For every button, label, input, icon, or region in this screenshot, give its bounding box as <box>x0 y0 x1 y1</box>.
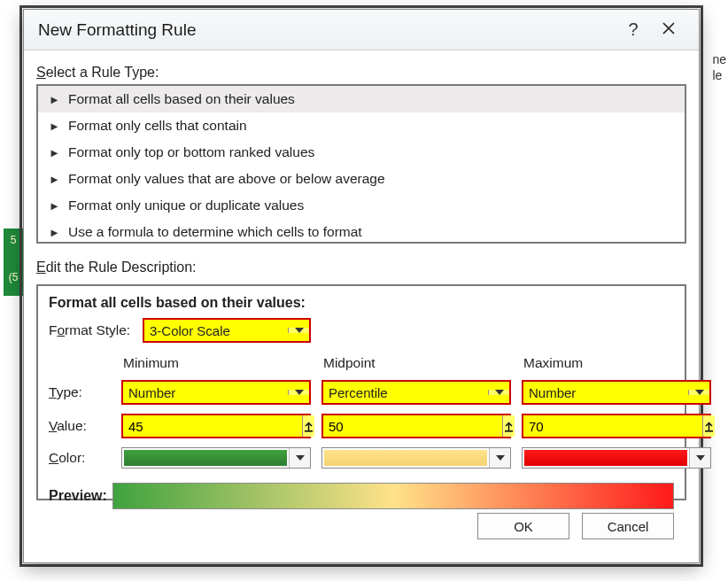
rule-type-item-0[interactable]: ► Format all cells based on their values <box>38 86 685 112</box>
color-mid-swatch <box>324 450 487 466</box>
value-mid-wrap <box>321 414 511 438</box>
chevron-down-icon[interactable] <box>288 390 309 395</box>
bullet-icon: ► <box>49 199 61 213</box>
dialog-content: Select a Rule Type: ► Format all cells b… <box>24 50 699 562</box>
chevron-down-icon[interactable] <box>689 448 710 468</box>
value-min-wrap <box>121 414 311 438</box>
close-icon <box>662 20 675 38</box>
format-style-value: 3-Color Scale <box>144 323 288 338</box>
rule-type-text: Use a formula to determine which cells t… <box>68 224 362 240</box>
type-max-combo[interactable]: Number <box>523 382 709 403</box>
titlebar[interactable]: New Formatting Rule ? <box>24 10 699 50</box>
format-style-combo[interactable]: 3-Color Scale <box>144 320 309 341</box>
type-min-value: Number <box>123 385 288 400</box>
bullet-icon: ► <box>49 146 61 159</box>
value-mid-input[interactable] <box>323 415 502 437</box>
color-max-picker[interactable] <box>522 447 711 469</box>
col-header-max: Maximum <box>522 355 711 371</box>
rule-type-item-4[interactable]: ► Format only unique or duplicate values <box>38 192 685 219</box>
col-header-mid: Midpoint <box>321 355 511 371</box>
edit-rule-desc-label: Edit the Rule Description: <box>36 260 686 275</box>
range-select-icon[interactable] <box>502 415 515 437</box>
threshold-grid: Minimum Midpoint Maximum Type: Number <box>49 355 674 469</box>
color-rest: olor: <box>58 450 85 465</box>
preview-row: Preview: <box>49 483 674 509</box>
bullet-icon: ► <box>49 226 61 239</box>
rule-type-item-1[interactable]: ► Format only cells that contain <box>38 112 685 139</box>
cancel-button[interactable]: Cancel <box>582 513 674 539</box>
range-select-icon[interactable] <box>702 415 715 437</box>
color-min-picker[interactable] <box>121 447 311 469</box>
color-mid-picker[interactable] <box>321 447 511 469</box>
select-rule-type-label: Select a Rule Type: <box>36 65 686 81</box>
dialog-title: New Formatting Rule <box>38 20 616 40</box>
rule-type-item-3[interactable]: ► Format only values that are above or b… <box>38 166 685 192</box>
col-header-min: Minimum <box>121 355 311 371</box>
rule-type-text: Format only cells that contain <box>68 118 247 134</box>
format-style-combo-highlight: 3-Color Scale <box>143 318 311 343</box>
row-label-value: Value: <box>49 418 111 434</box>
svg-rect-0 <box>305 430 313 432</box>
background-green-strip: 5 (5 <box>4 229 23 296</box>
value-rest: alue: <box>57 418 87 433</box>
bullet-icon: ► <box>49 93 61 106</box>
type-rest: ype: <box>57 384 82 399</box>
bullet-icon: ► <box>49 173 61 186</box>
type-max-value: Number <box>523 385 688 400</box>
rule-type-text: Format all cells based on their values <box>68 91 295 107</box>
type-min-combo[interactable]: Number <box>123 382 309 403</box>
select-rule-type-rest: elect a Rule Type: <box>46 65 159 80</box>
help-button[interactable]: ? <box>616 19 651 40</box>
rule-type-item-2[interactable]: ► Format only top or bottom ranked value… <box>38 139 685 166</box>
select-rule-type-accel: S <box>36 65 46 80</box>
preview-label: Preview: <box>49 483 112 509</box>
rule-type-item-5[interactable]: ► Use a formula to determine which cells… <box>38 219 685 244</box>
type-mid-combo[interactable]: Percentile <box>323 382 509 403</box>
value-min-input[interactable] <box>123 415 302 437</box>
svg-rect-1 <box>505 430 513 432</box>
background-right-text: ne le <box>712 51 726 83</box>
bullet-icon: ► <box>49 120 61 133</box>
bg-right-2: le <box>712 67 726 83</box>
color-max-swatch <box>524 450 687 466</box>
range-select-icon[interactable] <box>302 415 314 437</box>
bg-right-1: ne <box>712 51 726 67</box>
stage: 5 (5 ne le New Formatting Rule ? Select … <box>0 0 728 581</box>
value-accel: V <box>49 418 57 433</box>
chevron-down-icon[interactable] <box>688 390 709 395</box>
color-accel: C <box>49 450 58 465</box>
rule-description-box: Format all cells based on their values: … <box>36 284 686 500</box>
rule-type-text: Format only unique or duplicate values <box>68 198 304 213</box>
format-style-row: Format Style: 3-Color Scale <box>49 318 674 343</box>
ok-button[interactable]: OK <box>477 513 569 539</box>
color-min-swatch <box>124 450 287 466</box>
format-style-post: rmat Style: <box>65 322 130 337</box>
rule-type-list[interactable]: ► Format all cells based on their values… <box>36 84 686 244</box>
rule-type-text: Format only values that are above or bel… <box>68 171 385 187</box>
row-label-color: Color: <box>49 450 111 466</box>
type-min-wrap: Number <box>121 380 311 405</box>
type-mid-value: Percentile <box>323 385 488 400</box>
chevron-down-icon[interactable] <box>288 328 309 333</box>
type-max-wrap: Number <box>522 380 711 405</box>
chevron-down-icon[interactable] <box>489 448 510 468</box>
preview-gradient <box>112 483 674 509</box>
row-label-type: Type: <box>49 384 111 400</box>
value-max-input[interactable] <box>523 415 702 437</box>
svg-rect-2 <box>705 430 713 432</box>
edit-rule-desc-rest: dit the Rule Description: <box>46 260 197 275</box>
rule-type-text: Format only top or bottom ranked values <box>68 144 314 160</box>
format-style-u: o <box>57 322 65 337</box>
type-mid-wrap: Percentile <box>321 380 511 405</box>
close-button[interactable] <box>651 20 686 39</box>
bg-green-top: 5 <box>4 234 23 246</box>
edit-rule-desc-accel: E <box>36 260 46 275</box>
rule-description-title: Format all cells based on their values: <box>49 295 674 311</box>
bg-green-bottom: (5 <box>4 271 23 283</box>
format-style-label: Format Style: <box>49 322 143 338</box>
chevron-down-icon[interactable] <box>289 448 310 468</box>
type-accel: T <box>49 384 57 399</box>
chevron-down-icon[interactable] <box>488 390 509 395</box>
value-max-wrap <box>522 414 711 438</box>
new-formatting-rule-dialog: New Formatting Rule ? Select a Rule Type… <box>23 9 700 563</box>
